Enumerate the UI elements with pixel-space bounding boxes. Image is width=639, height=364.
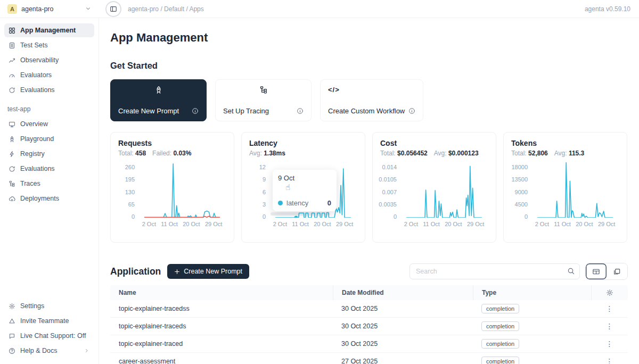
x-axis: 2 Oct11 Oct20 Oct29 Oct <box>140 218 225 227</box>
column-settings-gear-icon[interactable] <box>606 289 613 296</box>
info-icon[interactable] <box>408 107 415 114</box>
cell-name: topic-explainer-traced <box>110 340 333 348</box>
cell-date-modified: 30 Oct 2025 <box>333 322 473 330</box>
row-actions-menu[interactable]: ⋮ <box>591 304 628 313</box>
search-icon[interactable] <box>567 267 575 275</box>
sidebar-section-label: test-app <box>4 97 94 117</box>
charts-row: Requests Total: 458Failed: 0.03% 2601951… <box>110 132 628 243</box>
table-row-topic-explainer-traceds[interactable]: topic-explainer-traceds 30 Oct 2025 comp… <box>110 318 628 335</box>
sidebar-item-test-sets[interactable]: Test Sets <box>4 38 94 52</box>
create-new-prompt-card[interactable]: Create New Prompt <box>110 79 207 121</box>
sidebar-toggle-button[interactable] <box>105 1 121 17</box>
x-tick: 11 Oct <box>423 221 440 227</box>
y-tick: 0.007 <box>382 189 397 195</box>
sidebar-item-settings[interactable]: Settings <box>4 299 94 313</box>
card-label: Create New Prompt <box>118 107 179 115</box>
chart-card-latency: Latency Avg: 1.38ms 129630 2 Oct11 Oct20… <box>241 132 365 243</box>
sidebar-item-label: Test Sets <box>20 42 47 49</box>
search-box <box>409 263 580 279</box>
table-view-button[interactable] <box>586 263 607 279</box>
application-header: Application Create New Prompt <box>110 263 628 280</box>
y-axis: 0.0140.01050.0070.00350 <box>380 162 402 218</box>
create-new-prompt-button[interactable]: Create New Prompt <box>167 264 249 279</box>
hand-cursor-icon: ☝ <box>285 183 290 192</box>
chevron-down-icon <box>85 5 92 12</box>
y-tick: 0.014 <box>382 164 397 170</box>
cloud-icon <box>9 195 15 202</box>
info-icon[interactable] <box>297 107 304 114</box>
sidebar-item-playground[interactable]: Playground <box>4 132 94 146</box>
workspace-selector[interactable]: A agenta-pro <box>0 4 99 14</box>
search-input[interactable] <box>409 263 580 279</box>
view-toggle <box>585 263 628 280</box>
column-type[interactable]: Type <box>473 285 591 300</box>
column-date-modified[interactable]: Date Modified <box>333 285 473 300</box>
gear-icon <box>9 303 15 310</box>
chart-plot[interactable] <box>140 162 225 218</box>
y-axis: 1800013500900045000 <box>511 162 532 218</box>
tooltip-series: latency <box>286 199 308 207</box>
row-actions-menu[interactable]: ⋮ <box>591 357 628 364</box>
x-tick: 2 Oct <box>273 221 287 227</box>
sidebar-item-label: Observability <box>20 56 59 64</box>
y-tick: 4500 <box>515 202 528 208</box>
row-actions-menu[interactable]: ⋮ <box>591 340 628 348</box>
tracing-tree-icon <box>223 86 304 94</box>
topbar: A agenta-pro agenta-pro / Default / Apps… <box>0 0 639 18</box>
chart-stats: Avg: 1.38ms <box>249 150 357 157</box>
y-tick: 195 <box>125 177 135 183</box>
card-view-button[interactable] <box>607 263 627 279</box>
y-tick: 0 <box>394 214 397 220</box>
x-tick: 29 Oct <box>467 221 484 227</box>
x-tick: 2 Oct <box>404 221 418 227</box>
chart-title: Tokens <box>511 139 619 147</box>
sidebar-item-label: Invite Teammate <box>20 317 69 325</box>
table-row-topic-explainer-traced[interactable]: topic-explainer-traced 30 Oct 2025 compl… <box>110 335 628 353</box>
help-icon <box>9 348 15 354</box>
table-row-topic-explainer-tracedss[interactable]: topic-explainer-tracedss 30 Oct 2025 com… <box>110 300 628 318</box>
x-tick: 29 Oct <box>598 221 615 227</box>
x-tick: 11 Oct <box>554 221 571 227</box>
rocket-icon <box>9 136 15 143</box>
sidebar-item-help-docs[interactable]: Help & Docs <box>4 344 94 358</box>
sidebar-item-deployments[interactable]: Deployments <box>4 192 94 205</box>
table-row-career-assessment[interactable]: career-assessment 27 Oct 2025 completion… <box>110 353 628 364</box>
chart-plot[interactable] <box>402 162 487 218</box>
sidebar-item-overview[interactable]: Overview <box>4 117 94 131</box>
row-actions-menu[interactable]: ⋮ <box>591 322 628 330</box>
sidebar-item-live-chat-support-off[interactable]: Live Chat Support: Off <box>4 329 94 343</box>
create-custom-workflow-card[interactable]: </> Create Custom Workflow <box>320 79 423 121</box>
sidebar-item-evaluations[interactable]: Evaluations <box>4 162 94 176</box>
chart-stat: Total: 52,806 <box>511 150 548 157</box>
y-axis: 129630 <box>249 162 271 218</box>
sidebar: App ManagementTest SetsObservabilityEval… <box>0 18 99 364</box>
sidebar-nav-app: OverviewPlaygroundRegistryEvaluationsTra… <box>4 117 94 205</box>
column-name[interactable]: Name <box>110 285 333 300</box>
sidebar-item-evaluators[interactable]: Evaluators <box>4 68 94 82</box>
sidebar-item-invite-teammate[interactable]: Invite Teammate <box>4 314 94 328</box>
page-title: App Management <box>110 30 628 46</box>
sidebar-item-label: Evaluations <box>20 165 55 172</box>
sidebar-item-app-management[interactable]: App Management <box>4 23 94 37</box>
sidebar-item-observability[interactable]: Observability <box>4 53 94 67</box>
chart-plot[interactable] <box>532 162 618 218</box>
set-up-tracing-card[interactable]: Set Up Tracing <box>215 79 312 121</box>
type-badge: completion <box>481 304 519 313</box>
code-icon: </> <box>328 86 415 94</box>
applications-table: Name Date Modified Type topic-explainer-… <box>110 285 628 364</box>
sidebar-item-registry[interactable]: Registry <box>4 147 94 161</box>
info-icon[interactable] <box>192 107 199 114</box>
sidebar-item-evaluations[interactable]: Evaluations <box>4 83 94 97</box>
type-badge: completion <box>481 357 519 364</box>
app-root: A agenta-pro agenta-pro / Default / Apps… <box>0 0 639 364</box>
y-tick: 9000 <box>515 189 528 195</box>
x-tick: 20 Oct <box>314 221 331 227</box>
chart-card-cost: Cost Total: $0.056452Avg: $0.000123 0.01… <box>372 132 496 243</box>
y-tick: 3 <box>263 202 266 208</box>
sidebar-item-traces[interactable]: Traces <box>4 177 94 191</box>
cell-name: topic-explainer-traceds <box>110 322 333 330</box>
cell-name: career-assessment <box>110 358 333 364</box>
refresh-icon <box>9 166 15 172</box>
plus-icon <box>174 269 180 275</box>
x-tick: 2 Oct <box>535 221 549 227</box>
